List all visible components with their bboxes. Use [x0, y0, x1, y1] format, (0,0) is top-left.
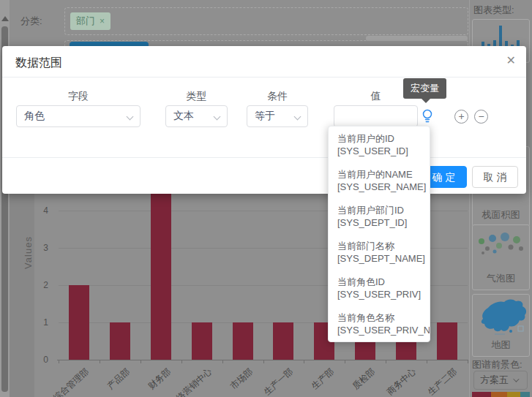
palette-color-swatch [520, 392, 530, 397]
field-select[interactable]: 角色 [16, 105, 141, 127]
field-select-value: 角色 [24, 110, 45, 123]
scheme-value: 方案五 [480, 374, 509, 387]
map-label: 地图 [473, 339, 529, 352]
macro-item-name: 当前用户部门ID [337, 204, 424, 216]
cancel-button[interactable]: 取 消 [472, 166, 518, 188]
x-axis-tick [263, 360, 264, 363]
tag-label: 部门 [76, 15, 95, 28]
macro-menu-item[interactable]: 当前用户的NAME[SYS_USER_NAME] [337, 168, 424, 193]
bar-财务部 [151, 173, 171, 360]
chevron-down-icon [127, 113, 134, 121]
macro-item-name: 当前用户的NAME [337, 168, 424, 181]
macro-item-name: 当前用户的ID [337, 132, 424, 145]
macro-menu-item[interactable]: 当前用户部门ID[SYS_DEPT_ID] [337, 204, 424, 229]
remove-condition-button[interactable]: − [474, 110, 488, 124]
x-axis-tick [141, 360, 141, 363]
x-axis-tick [59, 360, 59, 363]
value-input[interactable] [334, 105, 418, 127]
x-axis-category-label: 产品部 [105, 366, 132, 393]
chevron-down-icon [513, 376, 519, 382]
bar-综合管理部 [69, 285, 89, 360]
color-palette-strip [472, 392, 530, 397]
column-label-type: 类型 [165, 90, 228, 103]
y-axis-title: Values [23, 234, 34, 272]
macro-item-code: [SYS_USER_PRIV] [337, 288, 424, 300]
macro-menu-item[interactable]: 当前部门名称[SYS_DEPT_NAME] [337, 240, 424, 265]
macro-item-code: [SYS_DEPT_NAME] [337, 252, 424, 265]
x-axis-category-label: 商务中心 [384, 366, 419, 397]
x-axis-tick [386, 360, 386, 363]
column-label-condition: 条件 [247, 90, 308, 103]
china-map-thumbnail-icon [473, 297, 529, 338]
foreground-color-label: 图谱前景色: [472, 358, 522, 371]
bar-生产二部 [437, 322, 457, 360]
x-axis-category-label: 网络营销中心 [167, 366, 214, 397]
y-axis-tick-label: 1 [29, 317, 48, 328]
x-axis-category-label: 综合管理部 [50, 366, 91, 397]
x-axis-category-label: 财务部 [146, 366, 173, 393]
x-axis-tick [468, 360, 468, 363]
tag-close-icon[interactable]: × [100, 16, 105, 26]
add-condition-button[interactable]: + [454, 110, 468, 124]
data-range-modal: 数据范围 ✕ 字段 类型 条件 值 角色 文本 等于 + − 确 定 取 消 [2, 46, 526, 194]
bar-生产一部 [273, 322, 293, 360]
x-axis-category-label: 质检部 [350, 366, 378, 393]
header-divider [2, 77, 526, 77]
stacked-area-label: 栈面积图 [473, 208, 529, 222]
x-axis-category-label: 生产一部 [261, 366, 296, 397]
macro-variable-lightbulb-icon[interactable] [420, 107, 435, 125]
macro-item-code: [SYS_DEPT_ID] [337, 216, 424, 229]
macro-menu-item[interactable]: 当前用户的ID[SYS_USER_ID] [337, 132, 424, 157]
chevron-down-icon [214, 113, 221, 121]
chart-type-label: 图表类型: [473, 4, 514, 17]
macro-tooltip: 宏变量 [403, 78, 446, 99]
y-axis-tick-label: 0 [29, 355, 48, 365]
macro-item-name: 当前部门名称 [337, 240, 424, 252]
macro-item-code: [SYS_USER_ID] [337, 145, 424, 157]
x-axis-category-label: 生产二部 [425, 366, 460, 397]
bubble-chart-label: 气泡图 [473, 272, 529, 285]
type-select[interactable]: 文本 [165, 105, 228, 127]
chart-type-option-bubble[interactable]: 气泡图 [472, 224, 530, 290]
palette-color-swatch [507, 392, 520, 397]
bar-chart-thumbnail-icon [473, 21, 529, 48]
macro-item-name: 当前角色名称 [337, 311, 424, 324]
macro-item-code: [SYS_USER_PRIV_NAME] [337, 324, 424, 336]
palette-color-swatch [491, 392, 507, 397]
macro-menu-item[interactable]: 当前角色ID[SYS_USER_PRIV] [337, 276, 424, 300]
category-label: 分类: [20, 15, 42, 28]
x-axis-tick [222, 360, 223, 363]
x-axis-tick [345, 360, 345, 363]
x-axis-category-label: 市场部 [228, 366, 255, 393]
chart-type-option-map[interactable]: 地图 [472, 294, 530, 357]
footer-divider [2, 157, 526, 158]
bar-网络营销中心 [192, 322, 212, 360]
macro-menu-item[interactable]: 当前角色名称[SYS_USER_PRIV_NAME] [337, 311, 424, 336]
x-axis-tick [304, 360, 304, 363]
condition-select-value: 等于 [255, 110, 275, 123]
x-axis-category-label: 生产部 [309, 366, 337, 393]
x-axis-tick [100, 360, 100, 363]
bar-产品部 [110, 322, 130, 360]
modal-title: 数据范围 [15, 56, 62, 71]
x-axis-tick [181, 360, 182, 363]
bubble-chart-thumbnail-icon [473, 228, 529, 266]
y-axis-tick-label: 4 [29, 205, 48, 216]
macro-item-code: [SYS_USER_NAME] [337, 181, 424, 193]
macro-variable-menu: 当前用户的ID[SYS_USER_ID]当前用户的NAME[SYS_USER_N… [328, 126, 430, 342]
color-scheme-select[interactable]: 方案五 [473, 371, 528, 390]
category-tag-department[interactable]: 部门 × [70, 12, 110, 30]
type-select-value: 文本 [173, 110, 194, 123]
column-label-field: 字段 [16, 90, 141, 103]
x-axis-tick [427, 360, 427, 363]
chevron-down-icon [294, 113, 301, 121]
condition-select[interactable]: 等于 [247, 105, 308, 127]
horizontal-scrollbar[interactable] [366, 36, 468, 41]
category-dropzone[interactable] [64, 7, 468, 35]
palette-color-swatch [472, 392, 491, 397]
close-icon[interactable]: ✕ [506, 55, 516, 67]
scroll-up-icon[interactable] [1, 16, 9, 21]
x-axis-line [57, 360, 468, 360]
macro-item-name: 当前角色ID [337, 276, 424, 288]
y-axis-tick-label: 2 [29, 280, 48, 290]
